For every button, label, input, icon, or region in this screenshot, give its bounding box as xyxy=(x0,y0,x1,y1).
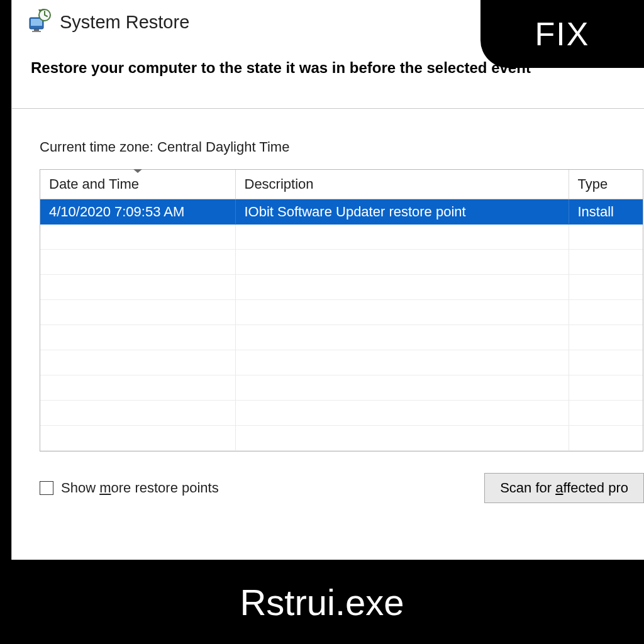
cell-empty xyxy=(235,375,569,401)
scan-affected-button[interactable]: Scan for affected pro xyxy=(484,473,644,503)
cell-empty xyxy=(235,300,569,325)
window-title: System Restore xyxy=(60,12,189,33)
table-row[interactable]: 4/10/2020 7:09:53 AMIObit Software Updat… xyxy=(40,199,643,225)
cell-empty xyxy=(569,300,643,325)
cell-empty xyxy=(235,250,569,275)
table-row[interactable] xyxy=(40,300,643,325)
table-row[interactable] xyxy=(40,350,643,375)
timezone-label: Current time zone: Central Daylight Time xyxy=(40,139,644,155)
cell-empty xyxy=(40,300,235,325)
column-header-date[interactable]: Date and Time xyxy=(40,170,235,199)
cell-empty xyxy=(569,350,643,375)
table-row[interactable] xyxy=(40,275,643,300)
caption-label: Rstrui.exe xyxy=(0,560,644,644)
column-header-description-label: Description xyxy=(245,176,314,192)
cell-empty xyxy=(235,350,569,375)
content-area: Current time zone: Central Daylight Time… xyxy=(12,109,644,503)
cell-empty xyxy=(569,401,643,426)
cell-empty xyxy=(40,225,235,250)
cell-empty xyxy=(40,426,235,451)
column-header-type[interactable]: Type xyxy=(569,170,643,199)
table-row[interactable] xyxy=(40,401,643,426)
show-more-label: Show more restore points xyxy=(61,480,219,496)
system-restore-icon xyxy=(27,9,51,35)
table-row[interactable] xyxy=(40,325,643,350)
cell-empty xyxy=(40,350,235,375)
column-header-type-label: Type xyxy=(578,176,608,192)
system-restore-window: System Restore Restore your computer to … xyxy=(11,0,644,560)
cell-empty xyxy=(40,325,235,350)
cell-empty xyxy=(569,250,643,275)
cell-empty xyxy=(235,225,569,250)
sort-chevron-down-icon xyxy=(133,169,142,173)
cell-empty xyxy=(235,325,569,350)
cell-empty xyxy=(40,401,235,426)
table-row[interactable] xyxy=(40,426,643,451)
cell-empty xyxy=(235,275,569,300)
checkbox-icon xyxy=(40,481,53,495)
table-row[interactable] xyxy=(40,375,643,401)
svg-rect-1 xyxy=(31,19,42,26)
cell-empty xyxy=(569,275,643,300)
cell-description: IObit Software Updater restore point xyxy=(235,199,569,225)
cell-empty xyxy=(569,375,643,401)
cell-empty xyxy=(40,275,235,300)
svg-rect-2 xyxy=(34,29,39,31)
cell-empty xyxy=(40,250,235,275)
cell-empty xyxy=(235,426,569,451)
cell-empty xyxy=(40,375,235,401)
cell-empty xyxy=(569,325,643,350)
footer-row: Show more restore points Scan for affect… xyxy=(40,473,644,503)
table-row[interactable] xyxy=(40,250,643,275)
restore-points-table: Date and Time Description Type xyxy=(40,169,643,452)
fix-badge: FIX xyxy=(480,0,644,68)
cell-empty xyxy=(569,225,643,250)
table-row[interactable] xyxy=(40,225,643,250)
cell-type: Install xyxy=(569,199,643,225)
show-more-checkbox[interactable]: Show more restore points xyxy=(40,480,219,496)
column-header-date-label: Date and Time xyxy=(49,176,139,192)
svg-rect-3 xyxy=(32,31,41,32)
cell-empty xyxy=(569,426,643,451)
cell-empty xyxy=(235,401,569,426)
cell-date: 4/10/2020 7:09:53 AM xyxy=(40,199,235,225)
column-header-description[interactable]: Description xyxy=(235,170,569,199)
